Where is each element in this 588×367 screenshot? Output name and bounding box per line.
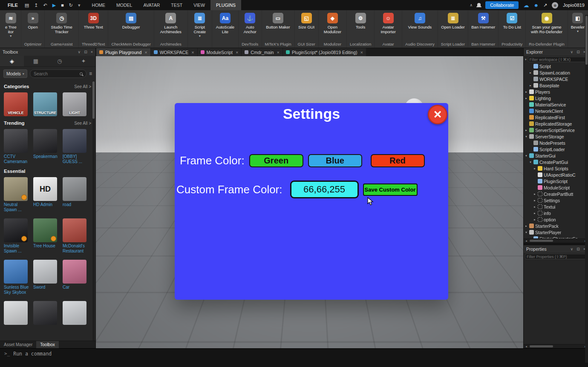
asset-thumbnail[interactable]: VEHICLE bbox=[4, 92, 28, 116]
asset-thumbnail[interactable] bbox=[33, 218, 57, 242]
asset-card[interactable]: Sunless Blue Sky Skybox bbox=[4, 260, 29, 295]
command-bar-placeholder[interactable]: Run a command bbox=[13, 351, 52, 357]
menu-tab[interactable]: VIEW bbox=[188, 0, 210, 10]
explorer-hscrollbar[interactable]: ◂ ▸ bbox=[524, 238, 588, 243]
live-collab-users-icon[interactable]: ☻ bbox=[533, 3, 539, 8]
asset-card[interactable]: Neutral Spawn ... bbox=[4, 177, 29, 212]
asset-card-label[interactable]: Tree House bbox=[33, 244, 59, 249]
ribbon-plugin-button[interactable]: ☑ To Do List Productivity bbox=[499, 10, 526, 48]
asset-thumbnail[interactable]: HD bbox=[33, 177, 57, 201]
ribbon-plugin-button[interactable]: ⚒ Ban Hammer Ban Hammer bbox=[468, 10, 499, 48]
frame-color-button[interactable]: Green bbox=[249, 154, 303, 167]
tree-item[interactable]: WORKSPACE bbox=[524, 76, 588, 82]
close-tab-icon[interactable]: × bbox=[236, 50, 238, 55]
tree-item[interactable]: ▸ info bbox=[524, 210, 588, 216]
ribbon-plugin-button[interactable]: ◆ Open Modulizer Modulizer bbox=[319, 10, 347, 48]
asset-thumbnail[interactable] bbox=[63, 218, 86, 242]
scroll-left-icon[interactable]: ◂ bbox=[524, 239, 529, 243]
document-tab[interactable]: Plugin Playground × bbox=[96, 48, 150, 56]
document-tab[interactable]: ModuleScript × bbox=[198, 48, 242, 56]
explorer-scrollbar[interactable] bbox=[585, 15, 588, 363]
collapse-panel-icon[interactable]: ∨ bbox=[571, 247, 574, 251]
expand-arrow-icon[interactable]: ▸ bbox=[525, 224, 528, 228]
asset-card[interactable]: road bbox=[63, 177, 88, 212]
tree-item[interactable]: ▾ CreatePartGui bbox=[524, 159, 588, 165]
hscroll-thumb[interactable] bbox=[530, 345, 553, 347]
tree-item[interactable]: ▸ Lighting bbox=[524, 95, 588, 101]
explorer-scrollbar-thumb[interactable] bbox=[585, 16, 588, 65]
ribbon-plugin-button[interactable]: » Open Optimizer bbox=[21, 10, 45, 48]
trending-see-all-link[interactable]: See All > bbox=[74, 121, 91, 126]
command-bar[interactable]: >_ Run a command bbox=[0, 348, 588, 367]
tree-item[interactable]: ▸ ServerScriptService bbox=[524, 127, 588, 133]
bottom-panel-tab[interactable]: Toolbox bbox=[36, 341, 58, 348]
close-tab-icon[interactable]: × bbox=[277, 50, 280, 55]
custom-color-input[interactable] bbox=[290, 181, 359, 198]
scroll-left-icon[interactable]: ◂ bbox=[524, 345, 529, 348]
username-label[interactable]: Jopio0819 bbox=[563, 3, 585, 8]
collaborate-button[interactable]: Collaborate bbox=[485, 1, 519, 9]
creations-tab[interactable]: ✦ bbox=[72, 56, 95, 66]
asset-thumbnail[interactable]: LIGHT bbox=[63, 92, 86, 116]
asset-thumbnail[interactable] bbox=[63, 301, 86, 325]
asset-card[interactable] bbox=[63, 301, 88, 325]
ribbon-plugin-button[interactable]: ⚓ Auto Anchor DevTools bbox=[239, 10, 262, 48]
expand-arrow-icon[interactable]: ▸ bbox=[525, 90, 528, 94]
stop-icon[interactable]: ■ bbox=[61, 3, 64, 8]
play-icon[interactable]: ▶ bbox=[52, 3, 56, 8]
undo-icon[interactable]: ↶ bbox=[43, 3, 47, 8]
resume-icon[interactable]: ↻ bbox=[69, 3, 73, 8]
explorer-filter-input[interactable] bbox=[528, 57, 587, 62]
tree-item[interactable]: ▸ option bbox=[524, 216, 588, 223]
asset-card-label[interactable]: McDonald's Restaurant bbox=[63, 244, 88, 254]
toolbox-scrollbar-thumb[interactable] bbox=[92, 81, 95, 119]
asset-thumbnail[interactable] bbox=[63, 129, 86, 153]
document-tab[interactable]: WORKSPACE × bbox=[151, 48, 197, 56]
asset-card[interactable]: McDonald's Restaurant bbox=[63, 218, 88, 254]
tree-item[interactable]: ▸ Baseplate bbox=[524, 82, 588, 89]
asset-card[interactable]: LIGHT bbox=[63, 92, 88, 116]
asset-thumbnail[interactable] bbox=[63, 260, 86, 284]
ribbon-plugin-button[interactable]: 3D Three Text ThreedDText bbox=[79, 10, 108, 48]
tree-item[interactable]: ▾ StarterPlayer bbox=[524, 229, 588, 235]
tree-item[interactable]: ▸ Textui bbox=[524, 204, 588, 210]
ribbon-plugin-button[interactable]: ≋ e Tree itor ▾ bbox=[1, 10, 21, 48]
tree-item[interactable]: NetworkClient bbox=[524, 108, 588, 114]
asset-card-label[interactable]: Neutral Spawn ... bbox=[4, 202, 29, 212]
tree-item[interactable]: ReplicatedFirst bbox=[524, 114, 588, 120]
collapse-panel-icon[interactable]: ∨ bbox=[571, 50, 574, 54]
menu-tab[interactable]: MODEL bbox=[111, 0, 138, 10]
asset-card[interactable]: CCTV Cameraman bbox=[4, 129, 29, 164]
asset-card-label[interactable]: HD Admin bbox=[33, 202, 59, 207]
expand-arrow-icon[interactable]: ▸ bbox=[525, 97, 528, 100]
expand-arrow-icon[interactable]: ▸ bbox=[533, 212, 536, 215]
filter-history-caret-icon[interactable]: ▾ bbox=[525, 58, 527, 61]
asset-card[interactable] bbox=[33, 301, 59, 325]
float-panel-icon[interactable]: ⊡ bbox=[84, 50, 87, 54]
asset-card-label[interactable]: [OBBY] GUESS ... bbox=[63, 154, 88, 164]
asset-card-label[interactable]: Invisible Spawn ... bbox=[4, 244, 29, 254]
asset-card-label[interactable]: CCTV Cameraman bbox=[4, 154, 29, 164]
inventory-tab[interactable]: ▦ bbox=[24, 56, 48, 66]
tree-item[interactable]: ▸ Players bbox=[524, 89, 588, 95]
asset-card[interactable]: STRUCTURE bbox=[33, 92, 59, 116]
tree-item[interactable]: PluginScript bbox=[524, 178, 588, 184]
asset-card[interactable]: Car bbox=[63, 260, 88, 295]
close-tab-icon[interactable]: × bbox=[191, 50, 194, 55]
expand-arrow-icon[interactable]: ▸ bbox=[533, 205, 536, 209]
3d-viewport[interactable]: Settings × Frame Color: GreenBlueRed Cus… bbox=[96, 56, 523, 348]
user-avatar[interactable]: ☻ bbox=[552, 2, 558, 9]
asset-card-label[interactable]: Car bbox=[63, 285, 88, 290]
expand-arrow-icon[interactable]: ▸ bbox=[529, 71, 532, 75]
frame-color-button[interactable]: Blue bbox=[308, 154, 362, 167]
asset-card[interactable] bbox=[4, 301, 29, 325]
asset-card[interactable]: VEHICLE bbox=[4, 92, 29, 116]
save-custom-color-button[interactable]: Save Custom Color bbox=[363, 184, 418, 196]
recent-tab[interactable]: ◷ bbox=[48, 56, 72, 66]
collapse-ribbon-icon[interactable]: ∧ bbox=[470, 3, 473, 7]
menu-tab[interactable]: PLUGINS bbox=[210, 0, 241, 10]
tree-item[interactable]: ▾ ServerStorage bbox=[524, 133, 588, 140]
expand-arrow-icon[interactable]: ▾ bbox=[525, 231, 528, 234]
ribbon-plugin-button[interactable]: ◉ Scan your game with Ro-Defender Ro-Def… bbox=[526, 10, 568, 48]
models-dropdown[interactable]: Models ▾ bbox=[3, 69, 27, 78]
